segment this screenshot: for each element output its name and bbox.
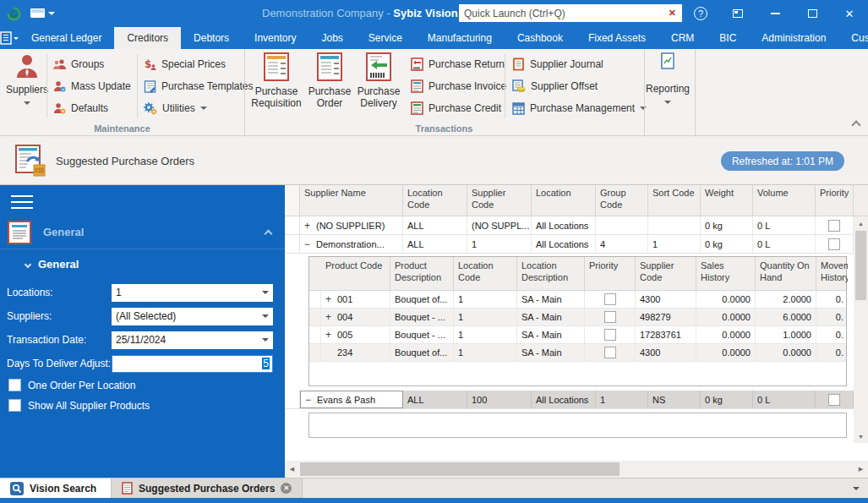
suppliers-select[interactable]: (All Selected) bbox=[112, 308, 273, 325]
dock-window-button[interactable] bbox=[719, 0, 756, 27]
tab-bic[interactable]: BIC bbox=[707, 27, 749, 49]
table-row[interactable]: +(NO SUPPLIER) ALL (NO SUPPL... All Loca… bbox=[285, 216, 868, 235]
show-all-supplier-products-checkbox[interactable]: Show All Supplier Products bbox=[8, 399, 150, 412]
priority-checkbox[interactable] bbox=[828, 220, 840, 232]
column-header[interactable]: Product Code bbox=[321, 257, 390, 290]
scroll-right-icon[interactable]: ▶ bbox=[854, 461, 868, 478]
tab-vision-search[interactable]: Vision Search bbox=[0, 478, 112, 498]
days-to-deliver-input[interactable]: 5 bbox=[112, 355, 273, 373]
horizontal-scrollbar[interactable]: ◀ ▶ bbox=[285, 461, 868, 478]
transaction-date-select[interactable]: 25/11/2024 bbox=[112, 331, 273, 349]
expand-icon[interactable]: + bbox=[325, 293, 337, 305]
clear-search-icon[interactable]: ✕ bbox=[663, 8, 682, 19]
collapse-ribbon-button[interactable] bbox=[851, 120, 860, 129]
column-header[interactable]: Product Description bbox=[390, 257, 454, 290]
scrollbar-thumb[interactable] bbox=[300, 462, 620, 476]
tab-creditors[interactable]: Creditors bbox=[114, 27, 181, 49]
priority-checkbox[interactable] bbox=[604, 311, 616, 323]
scroll-down-icon[interactable]: ▼ bbox=[854, 429, 868, 443]
tab-jobs[interactable]: Jobs bbox=[308, 27, 355, 49]
purchase-invoice-button[interactable]: Purchase Invoice bbox=[411, 75, 506, 97]
purchase-requisition-button[interactable]: Purchase Requisition bbox=[251, 52, 302, 110]
column-header[interactable]: Group Code bbox=[596, 185, 648, 216]
detail-row[interactable]: +005 Bouquet - ... 1 SA - Main 17283761 … bbox=[309, 326, 846, 344]
purchase-templates-button[interactable]: Purchase Templates bbox=[144, 75, 254, 97]
purchase-credit-button[interactable]: Purchase Credit bbox=[411, 97, 506, 119]
detail-row[interactable]: 234 Bouquet of... 1 SA - Main 4300 0.000… bbox=[309, 344, 846, 362]
expand-icon[interactable]: + bbox=[304, 220, 316, 232]
utilities-button[interactable]: Utilities bbox=[144, 97, 254, 119]
column-header[interactable]: Location Code bbox=[403, 185, 467, 216]
collapse-section-icon[interactable] bbox=[265, 230, 273, 238]
mass-update-button[interactable]: Mass Update bbox=[52, 75, 131, 97]
column-header[interactable]: Location Description bbox=[517, 257, 585, 290]
minimize-button[interactable] bbox=[756, 0, 794, 27]
reporting-button[interactable]: Reporting bbox=[642, 52, 693, 107]
column-header[interactable]: Supplier Name bbox=[300, 185, 403, 216]
purchase-management-button[interactable]: Purchase Management bbox=[512, 97, 647, 119]
priority-checkbox[interactable] bbox=[828, 394, 840, 406]
groups-button[interactable]: Groups bbox=[52, 53, 131, 75]
column-header[interactable]: Sort Code bbox=[648, 185, 701, 216]
vertical-scrollbar[interactable]: ▲ ▼ bbox=[854, 216, 868, 443]
column-header[interactable]: Quantity On Hand bbox=[756, 257, 816, 290]
help-button[interactable]: ? bbox=[682, 0, 719, 27]
tab-administration[interactable]: Administration bbox=[749, 27, 838, 49]
one-order-per-location-checkbox[interactable]: One Order Per Location bbox=[8, 379, 135, 391]
table-row-selected[interactable]: −Evans & Pash ALL 100 All Locations 1 NS… bbox=[285, 391, 868, 409]
priority-checkbox[interactable] bbox=[828, 238, 840, 250]
close-tab-icon[interactable]: ✕ bbox=[281, 483, 292, 494]
column-header[interactable]: Movement History bbox=[816, 257, 848, 290]
column-header[interactable]: Supplier Code bbox=[467, 185, 532, 216]
collapse-icon[interactable]: − bbox=[305, 394, 317, 406]
expand-icon[interactable]: + bbox=[325, 329, 337, 341]
tab-list-dropdown-icon[interactable] bbox=[853, 487, 860, 490]
hamburger-menu-icon[interactable] bbox=[11, 195, 33, 209]
close-button[interactable]: ✕ bbox=[831, 0, 868, 27]
column-header[interactable]: Weight bbox=[701, 185, 753, 216]
collapse-icon[interactable]: − bbox=[304, 238, 316, 250]
column-header[interactable]: Location Code bbox=[454, 257, 517, 290]
column-header[interactable]: Volume bbox=[753, 185, 816, 216]
column-header[interactable]: Supplier Code bbox=[636, 257, 696, 290]
quick-launch-box[interactable]: ✕ bbox=[459, 4, 682, 22]
application-menu-button[interactable] bbox=[0, 27, 19, 49]
tab-debtors[interactable]: Debtors bbox=[181, 27, 242, 49]
table-row[interactable]: −Demonstration... ALL 1 All Locations 4 … bbox=[285, 235, 868, 254]
tab-suggested-purchase-orders[interactable]: Suggested Purchase Orders ✕ bbox=[112, 478, 303, 498]
panel-section-general[interactable]: General bbox=[0, 216, 285, 249]
priority-checkbox[interactable] bbox=[604, 347, 616, 358]
tab-cashbook[interactable]: Cashbook bbox=[505, 27, 576, 49]
supplier-journal-button[interactable]: Supplier Journal bbox=[512, 53, 647, 75]
maximize-button[interactable] bbox=[794, 0, 831, 27]
expand-icon[interactable]: + bbox=[325, 311, 337, 323]
scroll-left-icon[interactable]: ◀ bbox=[285, 461, 299, 478]
column-header[interactable]: Priority bbox=[585, 257, 636, 290]
tab-custom[interactable]: Custom bbox=[838, 27, 868, 49]
quick-access-toolbar-button[interactable] bbox=[30, 8, 55, 18]
column-header[interactable]: Sales History bbox=[696, 257, 756, 290]
tab-general-ledger[interactable]: General Ledger bbox=[19, 27, 114, 49]
column-header[interactable]: Priority bbox=[816, 185, 854, 216]
priority-checkbox[interactable] bbox=[604, 329, 616, 341]
tab-fixed-assets[interactable]: Fixed Assets bbox=[576, 27, 658, 49]
tab-inventory[interactable]: Inventory bbox=[242, 27, 308, 49]
tab-crm[interactable]: CRM bbox=[658, 27, 707, 49]
purchase-delivery-button[interactable]: Purchase Delivery bbox=[353, 52, 404, 110]
locations-select[interactable]: 1 bbox=[112, 284, 273, 302]
suppliers-button[interactable]: Suppliers bbox=[2, 52, 52, 108]
purchase-return-button[interactable]: Purchase Return bbox=[411, 53, 506, 75]
scrollbar-thumb[interactable] bbox=[855, 231, 866, 300]
tab-service[interactable]: Service bbox=[356, 27, 415, 49]
panel-subsection-general[interactable]: General bbox=[25, 258, 79, 271]
supplier-offset-button[interactable]: Supplier Offset bbox=[512, 75, 647, 97]
detail-row[interactable]: +004 Bouquet - ... 1 SA - Main 498279 0.… bbox=[309, 309, 846, 326]
scroll-up-icon[interactable]: ▲ bbox=[854, 216, 868, 230]
quick-launch-input[interactable] bbox=[459, 8, 663, 19]
special-prices-button[interactable]: $ Special Prices bbox=[144, 53, 254, 75]
detail-row[interactable]: +001 Bouquet of... 1 SA - Main 4300 0.00… bbox=[309, 291, 846, 309]
defaults-button[interactable]: Defaults bbox=[52, 97, 131, 119]
priority-checkbox[interactable] bbox=[604, 293, 616, 305]
purchase-order-button[interactable]: Purchase Order bbox=[304, 52, 355, 110]
column-header[interactable]: Location bbox=[532, 185, 596, 216]
